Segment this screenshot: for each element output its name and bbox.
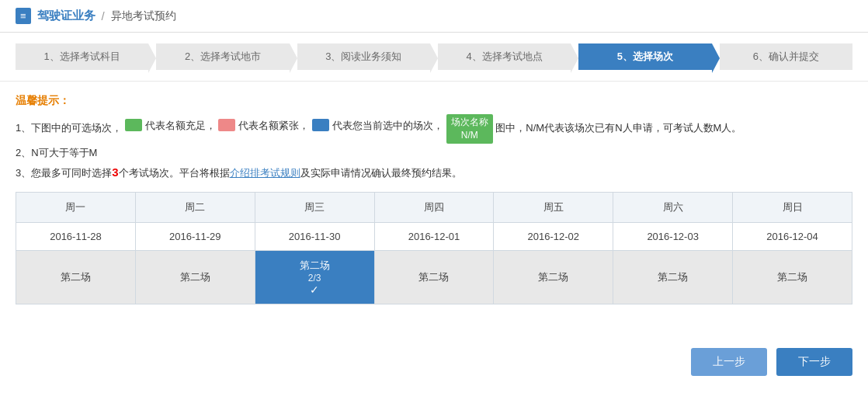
- header-icon: ≡: [16, 8, 31, 24]
- header-title: 驾驶证业务: [37, 9, 95, 23]
- col-wed: 周三: [255, 192, 374, 222]
- legend-pink-box: [218, 119, 235, 131]
- date-mon: 2016-11-28: [16, 222, 136, 250]
- session-tue[interactable]: 第二场: [135, 250, 255, 304]
- session-row: 第二场 第二场 第二场 2/3 ✓ 第二场 第二场 第二场 第二场: [16, 250, 852, 304]
- session-sat[interactable]: 第二场: [613, 250, 733, 304]
- footer-actions: 上一步 下一步: [0, 332, 868, 391]
- step-4[interactable]: 4、选择考试地点: [438, 43, 571, 70]
- date-sat: 2016-12-03: [613, 222, 733, 250]
- header-separator: /: [102, 9, 105, 23]
- col-fri: 周五: [494, 192, 613, 222]
- date-sun: 2016-12-04: [733, 222, 852, 250]
- legend-green-box: [125, 119, 142, 131]
- step-5[interactable]: 5、选择场次: [578, 43, 711, 70]
- date-tue: 2016-11-29: [135, 222, 255, 250]
- col-mon: 周一: [16, 192, 136, 222]
- schedule-table: 周一 周二 周三 周四 周五 周六 周日 2016-11-28 2016-11-…: [16, 192, 852, 304]
- col-sun: 周日: [733, 192, 852, 222]
- warning-line3: 3、您最多可同时选择3个考试场次。平台将根据介绍排考试规则及实际申请情况确认最终…: [16, 162, 852, 183]
- arrange-rules-link[interactable]: 介绍排考试规则: [230, 167, 300, 179]
- legend-pink-label: 代表名额紧张，: [238, 117, 309, 134]
- col-sat: 周六: [613, 192, 733, 222]
- step-3[interactable]: 3、阅读业务须知: [297, 43, 430, 70]
- table-header-row: 周一 周二 周三 周四 周五 周六 周日: [16, 192, 852, 222]
- step-2[interactable]: 2、选择考试地市: [156, 43, 289, 70]
- session-wed-label: 第二场: [260, 259, 370, 273]
- session-wed-count: 2/3: [260, 273, 370, 283]
- step-6[interactable]: 6、确认并提交: [720, 43, 852, 70]
- next-button[interactable]: 下一步: [776, 348, 852, 376]
- date-thu: 2016-12-01: [374, 222, 494, 250]
- session-fri[interactable]: 第二场: [494, 250, 613, 304]
- checkmark-icon: ✓: [310, 283, 319, 296]
- col-thu: 周四: [374, 192, 494, 222]
- page-header: ≡ 驾驶证业务 / 异地考试预约: [0, 0, 868, 33]
- warning-line1-post: 图中，N/M代表该场次已有N人申请，可考试人数M人。: [495, 122, 741, 134]
- header-subtitle: 异地考试预约: [111, 9, 176, 23]
- date-fri: 2016-12-02: [494, 222, 613, 250]
- legend-blue-box: [312, 119, 329, 131]
- warning-title: 温馨提示：: [16, 94, 852, 108]
- legend-blue-label: 代表您当前选中的场次，: [332, 117, 443, 134]
- legend-badge: 场次名称 N/M: [446, 114, 493, 144]
- warning-line1: 1、下图中的可选场次， 代表名额充足， 代表名额紧张， 代表您当前选中的场次， …: [16, 114, 852, 144]
- session-sun[interactable]: 第二场: [733, 250, 852, 304]
- steps-bar: 1、选择考试科目 2、选择考试地市 3、阅读业务须知 4、选择考试地点 5、选择…: [0, 33, 868, 82]
- warning-line2: 2、N可大于等于M: [16, 144, 852, 162]
- session-thu[interactable]: 第二场: [374, 250, 494, 304]
- session-wed[interactable]: 第二场 2/3 ✓: [255, 250, 374, 304]
- session-mon[interactable]: 第二场: [16, 250, 136, 304]
- date-row: 2016-11-28 2016-11-29 2016-11-30 2016-12…: [16, 222, 852, 250]
- legend-green-label: 代表名额充足，: [145, 117, 216, 134]
- step-1[interactable]: 1、选择考试科目: [16, 43, 148, 70]
- prev-button[interactable]: 上一步: [691, 348, 767, 376]
- warning-list: 1、下图中的可选场次， 代表名额充足， 代表名额紧张， 代表您当前选中的场次， …: [16, 114, 852, 183]
- col-tue: 周二: [135, 192, 255, 222]
- date-wed: 2016-11-30: [255, 222, 374, 250]
- main-content: 温馨提示： 1、下图中的可选场次， 代表名额充足， 代表名额紧张， 代表您当前选…: [0, 82, 868, 317]
